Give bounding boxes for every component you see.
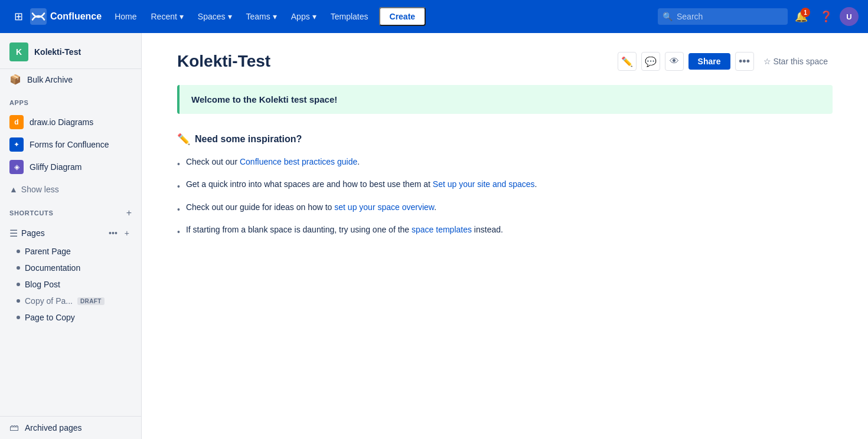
bulk-archive-icon: 📦 — [9, 74, 21, 85]
archive-icon: 🗃 — [9, 422, 19, 433]
search-input[interactable] — [658, 8, 788, 25]
share-button[interactable]: Share — [688, 53, 730, 70]
bullet-text-4-after: instead. — [472, 225, 503, 234]
page-tree: Parent Page Documentation Blog Post Copy… — [0, 243, 141, 328]
page-layout: K Kolekti-Test 📦 Bulk Archive APPS d dra… — [0, 33, 868, 439]
apps-section-label: APPS — [0, 90, 141, 109]
page-dot — [17, 266, 20, 270]
page-dot — [17, 250, 20, 253]
pages-header[interactable]: ☰ Pages ••• + — [0, 223, 141, 243]
page-dot — [17, 283, 20, 286]
bullet-text-3-after: . — [434, 202, 436, 212]
app-gliffy[interactable]: ◈ Gliffy Diagram — [0, 156, 141, 178]
nav-apps[interactable]: Apps ▾ — [285, 8, 322, 25]
page-item-blog[interactable]: Blog Post — [0, 276, 141, 293]
grid-icon[interactable]: ⊞ — [9, 5, 28, 28]
nav-spaces[interactable]: Spaces ▾ — [192, 8, 238, 25]
page-header-row: Kolekti-Test ✏️ 💬 👁 Share ••• ☆ Star thi… — [177, 52, 833, 71]
help-icon: ❓ — [820, 11, 833, 22]
chevron-down-icon: ▾ — [180, 12, 184, 21]
page-dot — [17, 316, 20, 319]
chevron-down-icon: ▾ — [228, 12, 232, 21]
bullet-link-2[interactable]: Set up your site and spaces — [433, 179, 535, 189]
welcome-text: Welcome to the Kolekti test space! — [191, 94, 821, 104]
main-content: Kolekti-Test ✏️ 💬 👁 Share ••• ☆ Star thi… — [142, 33, 868, 439]
chevron-up-icon: ▲ — [9, 185, 18, 194]
bullet-dot: • — [177, 203, 180, 216]
list-item: • If starting from a blank space is daun… — [177, 223, 833, 238]
apps-list: d draw.io Diagrams ✦ Forms for Confluenc… — [0, 109, 141, 181]
bullet-text-1-before: Check out our — [186, 157, 240, 166]
inspiration-heading: Need some inspiration? — [195, 134, 302, 145]
pages-add-button[interactable]: + — [122, 227, 132, 239]
inspiration-title: ✏️ Need some inspiration? — [177, 133, 833, 146]
page-item-parent[interactable]: Parent Page — [0, 243, 141, 260]
more-options-button[interactable]: ••• — [735, 52, 754, 71]
forms-icon: ✦ — [9, 137, 24, 152]
welcome-banner: Welcome to the Kolekti test space! — [177, 85, 833, 114]
shortcuts-add-button[interactable]: + — [126, 208, 132, 218]
watch-button[interactable]: 👁 — [665, 52, 684, 71]
gliffy-icon: ◈ — [9, 160, 24, 174]
confluence-logo[interactable]: Confluence — [30, 8, 102, 25]
bullet-text-1-after: . — [357, 157, 360, 166]
chevron-down-icon: ▾ — [312, 12, 316, 21]
bullet-list: • Check out our Confluence best practice… — [177, 155, 833, 239]
pages-icon: ☰ — [9, 228, 18, 239]
help-button[interactable]: ❓ — [815, 5, 837, 28]
more-icon: ••• — [739, 55, 750, 68]
page-toolbar: ✏️ 💬 👁 Share ••• ☆ Star this space — [618, 52, 833, 71]
bullet-dot: • — [177, 158, 180, 171]
star-space-button[interactable]: ☆ Star this space — [759, 53, 833, 70]
page-item-documentation[interactable]: Documentation — [0, 260, 141, 276]
list-item: • Check out our guide for ideas on how t… — [177, 201, 833, 216]
space-icon: K — [9, 42, 28, 61]
page-item-copy[interactable]: Copy of Pa... DRAFT — [0, 293, 141, 309]
bullet-link-1[interactable]: Confluence best practices guide — [240, 157, 357, 166]
comment-button[interactable]: 💬 — [641, 52, 660, 71]
nav-home[interactable]: Home — [109, 8, 142, 25]
bullet-link-4[interactable]: space templates — [412, 225, 472, 234]
pages-actions: ••• + — [106, 227, 132, 239]
comment-icon: 💬 — [645, 56, 657, 67]
sidebar-bottom: 🗃 Archived pages — [0, 416, 141, 439]
page-dot — [17, 299, 20, 303]
pages-more-button[interactable]: ••• — [106, 227, 120, 239]
bullet-dot: • — [177, 225, 180, 238]
inspiration-emoji: ✏️ — [177, 133, 190, 146]
list-item: • Get a quick intro into what spaces are… — [177, 178, 833, 193]
app-forms-confluence[interactable]: ✦ Forms for Confluence — [0, 133, 141, 156]
archived-pages-item[interactable]: 🗃 Archived pages — [0, 417, 141, 439]
page-title: Kolekti-Test — [177, 52, 270, 71]
edit-icon: ✏️ — [621, 56, 633, 67]
space-name: Kolekti-Test — [34, 47, 81, 57]
pages-section: ☰ Pages ••• + Parent Page Documentation — [0, 221, 141, 330]
nav-teams[interactable]: Teams ▾ — [240, 8, 283, 25]
notifications-button[interactable]: 🔔 1 — [790, 5, 812, 28]
bullet-dot: • — [177, 180, 180, 193]
app-drawio[interactable]: d draw.io Diagrams — [0, 111, 141, 133]
nav-recent[interactable]: Recent ▾ — [145, 8, 189, 25]
star-icon: ☆ — [763, 57, 774, 66]
top-navigation: ⊞ Confluence Home Recent ▾ Spaces ▾ Team… — [0, 0, 868, 33]
show-less-button[interactable]: ▲ Show less — [0, 181, 141, 198]
nav-templates[interactable]: Templates — [325, 8, 374, 25]
search-wrapper: 🔍 — [658, 8, 788, 25]
bullet-text-2-before: Get a quick intro into what spaces are a… — [186, 179, 433, 189]
page-item-page-to-copy[interactable]: Page to Copy — [0, 309, 141, 326]
shortcuts-section: SHORTCUTS + — [0, 198, 141, 221]
user-avatar[interactable]: U — [840, 7, 859, 26]
bullet-text-3-before: Check out our guide for ideas on how to — [186, 202, 334, 212]
bulk-archive-item[interactable]: 📦 Bulk Archive — [0, 69, 141, 90]
bullet-text-4-before: If starting from a blank space is daunti… — [186, 225, 412, 234]
edit-button[interactable]: ✏️ — [618, 52, 637, 71]
bullet-text-2-after: . — [535, 179, 537, 189]
eye-icon: 👁 — [670, 56, 679, 67]
space-header[interactable]: K Kolekti-Test — [0, 33, 141, 69]
create-button[interactable]: Create — [379, 7, 426, 26]
drawio-icon: d — [9, 115, 24, 129]
bullet-link-3[interactable]: set up your space overview — [334, 202, 434, 212]
shortcuts-header: SHORTCUTS + — [0, 198, 141, 221]
pages-label: Pages — [21, 228, 103, 238]
inspiration-section: ✏️ Need some inspiration? • Check out ou… — [177, 133, 833, 239]
